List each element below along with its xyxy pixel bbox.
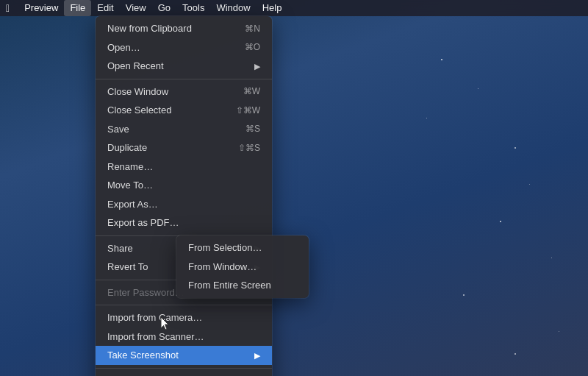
menubar-item-file[interactable]: File — [64, 0, 91, 16]
menu-item-from-selection[interactable]: From Selection… — [176, 238, 309, 258]
menu-item-rename[interactable]: Rename… — [96, 157, 272, 177]
menu-item-print[interactable]: Print… ⌘P — [96, 372, 272, 377]
menu-item-save[interactable]: Save ⌘S — [96, 120, 272, 139]
screenshot-submenu-container: From Selection… From Window… From Entire… — [176, 235, 309, 298]
menu-item-from-window[interactable]: From Window… — [176, 258, 309, 277]
menu-item-open[interactable]: Open… ⌘O — [96, 38, 272, 57]
menu-item-take-screenshot[interactable]: Take Screenshot ▶ — [96, 346, 272, 365]
menubar-item-preview[interactable]: Preview — [18, 0, 64, 16]
menu-item-duplicate[interactable]: Duplicate ⇧⌘S — [96, 138, 272, 157]
menu-item-new-from-clipboard[interactable]: New from Clipboard ⌘N — [96, 19, 272, 38]
menu-item-close-selected[interactable]: Close Selected ⇧⌘W — [96, 101, 272, 120]
menubar:  Preview File Edit View Go Tools Window… — [0, 0, 588, 16]
menubar-item-tools[interactable]: Tools — [176, 0, 210, 16]
menu-item-open-recent[interactable]: Open Recent ▶ — [96, 57, 272, 76]
apple-menu[interactable]:  — [6, 2, 10, 14]
separator-1 — [96, 79, 272, 79]
file-menu-dropdown: New from Clipboard ⌘N Open… ⌘O Open Rece… — [96, 16, 272, 376]
screenshot-submenu: From Selection… From Window… From Entire… — [176, 235, 309, 298]
file-menu: New from Clipboard ⌘N Open… ⌘O Open Rece… — [96, 16, 272, 376]
separator-5 — [96, 368, 272, 369]
menubar-item-view[interactable]: View — [120, 0, 152, 16]
menu-item-export-as[interactable]: Export As… — [96, 195, 272, 214]
menu-item-import-camera[interactable]: Import from Camera… — [96, 308, 272, 327]
menu-item-close-window[interactable]: Close Window ⌘W — [96, 82, 272, 102]
background-stars — [0, 0, 588, 376]
menubar-item-help[interactable]: Help — [257, 0, 288, 16]
menu-item-move-to[interactable]: Move To… — [96, 176, 272, 195]
menu-item-import-scanner[interactable]: Import from Scanner… — [96, 327, 272, 347]
menu-item-export-pdf[interactable]: Export as PDF… — [96, 213, 272, 233]
menu-item-from-entire-screen[interactable]: From Entire Screen — [176, 276, 309, 295]
menubar-item-go[interactable]: Go — [152, 0, 176, 16]
separator-4 — [96, 305, 272, 305]
menubar-item-window[interactable]: Window — [210, 0, 256, 16]
menubar-item-edit[interactable]: Edit — [91, 0, 119, 16]
